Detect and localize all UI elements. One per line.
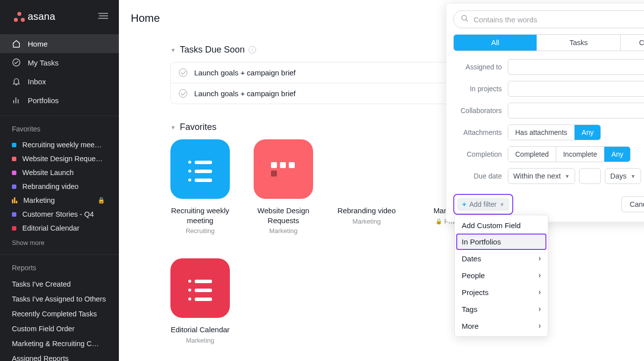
info-icon[interactable]: i bbox=[249, 46, 256, 54]
completion-segment: Completed Incomplete Any bbox=[508, 146, 631, 162]
sidebar-favorite-item[interactable]: Marketing🔒 bbox=[0, 193, 119, 207]
logo-text: asana bbox=[28, 11, 55, 22]
sidebar-favorite-item[interactable]: Editorial Calendar bbox=[0, 221, 119, 235]
dd-more[interactable]: More› bbox=[455, 317, 548, 334]
sidebar-report-item[interactable]: Marketing & Recruiting C… bbox=[0, 336, 119, 351]
assigned-to-input[interactable] bbox=[508, 59, 644, 75]
search-box[interactable] bbox=[453, 10, 644, 28]
sidebar-favorite-item[interactable]: Customer Stories - Q4 bbox=[0, 207, 119, 221]
nav-portfolios[interactable]: Portfolios bbox=[0, 91, 119, 110]
project-color-icon bbox=[12, 184, 16, 189]
favorite-card[interactable]: Recruiting weekly meetingRecruiting bbox=[170, 139, 230, 235]
sidebar-report-item[interactable]: Recently Completed Tasks bbox=[0, 306, 119, 321]
tasks-due-heading: Tasks Due Soon bbox=[180, 45, 245, 55]
collapse-sidebar-icon[interactable] bbox=[98, 12, 109, 22]
seg-completion-any[interactable]: Any bbox=[604, 147, 630, 162]
favorite-card[interactable]: Editorial CalendarMarketing bbox=[170, 258, 230, 344]
nav-my-tasks-label: My Tasks bbox=[28, 59, 58, 67]
collapse-caret-icon[interactable]: ▼ bbox=[170, 124, 176, 130]
card-tile bbox=[170, 258, 230, 318]
add-filter-dropdown: Add Custom Field In Portfolios Dates› Pe… bbox=[454, 215, 548, 337]
sidebar-favorite-label: Customer Stories - Q4 bbox=[22, 210, 94, 218]
chevron-right-icon: › bbox=[538, 321, 541, 330]
due-number-input[interactable] bbox=[579, 168, 601, 184]
reports-header: Reports bbox=[0, 259, 119, 277]
plus-icon: + bbox=[462, 200, 466, 208]
project-color-icon bbox=[12, 226, 16, 231]
in-projects-input[interactable] bbox=[508, 81, 644, 97]
chevron-right-icon: › bbox=[538, 304, 541, 313]
nav-home[interactable]: Home bbox=[0, 34, 119, 53]
label-completion: Completion bbox=[453, 150, 508, 158]
card-title: Rebranding video bbox=[337, 206, 396, 216]
show-more-link[interactable]: Show more bbox=[0, 235, 119, 250]
sidebar-report-item[interactable]: Custom Field Order bbox=[0, 321, 119, 336]
nav-my-tasks[interactable]: My Tasks bbox=[0, 53, 119, 72]
favorites-header: Favorites bbox=[0, 120, 119, 138]
sidebar-report-item[interactable]: Tasks I've Created bbox=[0, 277, 119, 292]
card-subtitle: Marketing bbox=[254, 227, 313, 235]
favorite-card[interactable]: Rebranding videoMarketing bbox=[337, 139, 396, 235]
asana-logo[interactable]: asana bbox=[14, 11, 55, 22]
seg-has-attachments[interactable]: Has attachments bbox=[508, 125, 574, 140]
card-title: Website Design Requests bbox=[254, 206, 313, 225]
chevron-right-icon: › bbox=[538, 288, 541, 297]
due-unit-select[interactable]: Days▼ bbox=[605, 168, 641, 184]
sidebar-report-item[interactable]: Assigned Reports bbox=[0, 351, 119, 361]
sidebar-favorite-item[interactable]: Recruiting weekly mee… bbox=[0, 138, 119, 152]
nav-inbox[interactable]: Inbox bbox=[0, 72, 119, 91]
label-collaborators: Collaborators bbox=[453, 107, 508, 115]
sidebar-favorite-label: Website Launch bbox=[22, 169, 74, 177]
check-circle-icon bbox=[12, 58, 21, 67]
lock-icon: 🔒 bbox=[435, 218, 442, 225]
dd-people[interactable]: People› bbox=[455, 267, 548, 284]
card-subtitle: Recruiting bbox=[170, 227, 230, 235]
project-color-icon bbox=[12, 212, 16, 217]
favorite-card[interactable]: Website Design RequestsMarketing bbox=[254, 139, 313, 235]
task-title: Launch goals + campaign brief bbox=[194, 68, 296, 77]
tab-tasks[interactable]: Tasks bbox=[537, 35, 620, 51]
collaborators-input[interactable] bbox=[508, 103, 644, 119]
nav-home-label: Home bbox=[28, 40, 48, 48]
add-filter-label: Add filter bbox=[469, 200, 496, 208]
tab-all[interactable]: All bbox=[454, 35, 537, 51]
seg-attach-any[interactable]: Any bbox=[574, 125, 600, 140]
label-in-projects: In projects bbox=[453, 85, 508, 93]
dd-projects[interactable]: Projects› bbox=[455, 284, 548, 301]
sidebar-report-item[interactable]: Tasks I've Assigned to Others bbox=[0, 292, 119, 306]
collapse-caret-icon[interactable]: ▼ bbox=[170, 47, 176, 53]
search-input[interactable] bbox=[474, 15, 644, 24]
card-title: Recruiting weekly meeting bbox=[170, 206, 230, 225]
sidebar-favorite-item[interactable]: Website Launch bbox=[0, 166, 119, 180]
add-filter-button[interactable]: + Add filter ▼ bbox=[457, 198, 509, 211]
nav-inbox-label: Inbox bbox=[28, 77, 46, 86]
card-subtitle: Marketing bbox=[337, 218, 396, 225]
chart-icon bbox=[12, 96, 21, 105]
attachments-segment: Has attachments Any bbox=[508, 124, 601, 140]
project-color-icon bbox=[12, 143, 16, 147]
seg-incomplete[interactable]: Incomplete bbox=[556, 147, 604, 162]
complete-task-icon[interactable] bbox=[179, 89, 187, 98]
label-due-date: Due date bbox=[453, 172, 508, 180]
card-tile bbox=[337, 139, 396, 199]
chevron-right-icon: › bbox=[538, 254, 541, 263]
dd-tags[interactable]: Tags› bbox=[455, 301, 548, 317]
seg-completed[interactable]: Completed bbox=[508, 147, 556, 162]
list-icon bbox=[188, 278, 212, 298]
complete-task-icon[interactable] bbox=[179, 68, 187, 77]
board-icon bbox=[271, 162, 296, 177]
svg-line-8 bbox=[466, 19, 468, 21]
sidebar-favorite-item[interactable]: Rebranding video bbox=[0, 180, 119, 193]
tab-conversations[interactable]: Conversations bbox=[620, 35, 644, 51]
advanced-search-panel: All Tasks Conversations Assigned to In p… bbox=[446, 3, 644, 222]
sidebar-favorite-label: Rebranding video bbox=[22, 182, 79, 190]
dd-add-custom-field[interactable]: Add Custom Field bbox=[455, 217, 548, 234]
card-tile bbox=[254, 139, 313, 199]
dd-in-portfolios[interactable]: In Portfolios bbox=[456, 234, 546, 250]
project-color-icon bbox=[12, 171, 16, 175]
due-range-select[interactable]: Within the next▼ bbox=[508, 168, 575, 184]
dd-dates[interactable]: Dates› bbox=[455, 250, 548, 267]
cancel-button[interactable]: Cancel bbox=[621, 196, 644, 212]
lock-icon: 🔒 bbox=[98, 197, 107, 204]
sidebar-favorite-item[interactable]: Website Design Reque… bbox=[0, 152, 119, 166]
